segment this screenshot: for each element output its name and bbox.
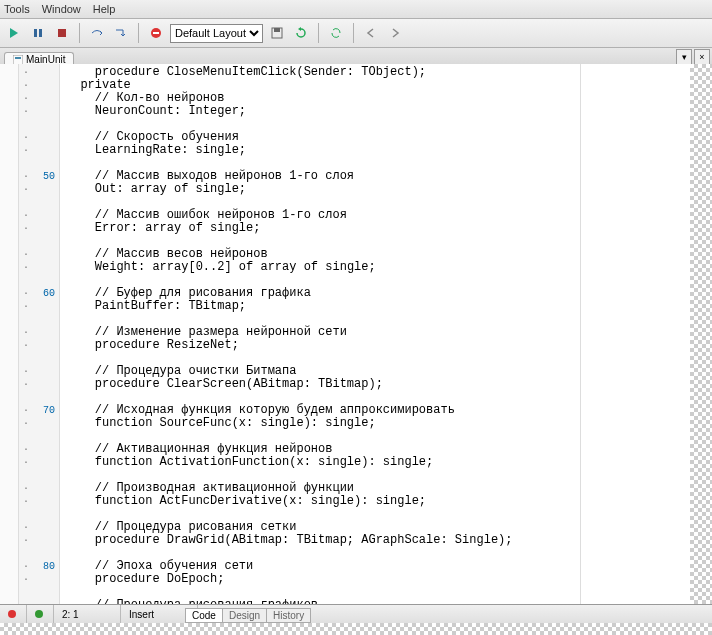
macro-rec-indicator[interactable] (0, 605, 27, 623)
save-layout-button[interactable] (267, 23, 287, 43)
toolbar: Default Layout (0, 19, 712, 48)
code-area[interactable]: procedure CloseMenuItemClick(Sender: TOb… (60, 64, 712, 605)
stop-icon[interactable] (146, 23, 166, 43)
forward-button[interactable] (385, 23, 405, 43)
menu-tools[interactable]: Tools (4, 3, 30, 15)
sync-button[interactable] (326, 23, 346, 43)
svg-rect-1 (39, 29, 42, 37)
tab-history[interactable]: History (266, 608, 311, 623)
menu-bar: Tools Window Help (0, 0, 712, 19)
svg-rect-6 (274, 28, 280, 32)
tab-close-button[interactable]: × (694, 49, 710, 65)
svg-rect-2 (58, 29, 66, 37)
unit-icon (13, 55, 23, 65)
tab-dropdown-button[interactable]: ▾ (676, 49, 692, 65)
tab-code[interactable]: Code (185, 608, 223, 623)
reload-button[interactable] (291, 23, 311, 43)
svg-rect-4 (153, 32, 159, 34)
svg-rect-8 (15, 57, 21, 59)
cursor-position: 2: 1 (54, 605, 121, 623)
dock-area-bottom (0, 623, 712, 635)
bottom-view-tabs: Code Design History (185, 608, 310, 623)
dock-area-right (690, 64, 712, 605)
step-into-button[interactable] (111, 23, 131, 43)
status-bar: 2: 1 Insert (0, 604, 712, 623)
run-button[interactable] (4, 23, 24, 43)
back-button[interactable] (361, 23, 381, 43)
svg-rect-7 (13, 55, 23, 65)
macro-play-indicator[interactable] (27, 605, 54, 623)
menu-window[interactable]: Window (42, 3, 81, 15)
code-editor: 50607080 procedure CloseMenuItemClick(Se… (0, 64, 712, 605)
layout-select[interactable]: Default Layout (170, 24, 263, 43)
breakpoint-gutter[interactable] (0, 64, 19, 605)
menu-help[interactable]: Help (93, 3, 116, 15)
stop-button[interactable] (52, 23, 72, 43)
svg-rect-0 (34, 29, 37, 37)
step-over-button[interactable] (87, 23, 107, 43)
right-margin (580, 64, 581, 605)
line-number-gutter[interactable]: 50607080 (19, 64, 60, 605)
tab-design[interactable]: Design (222, 608, 267, 623)
pause-button[interactable] (28, 23, 48, 43)
